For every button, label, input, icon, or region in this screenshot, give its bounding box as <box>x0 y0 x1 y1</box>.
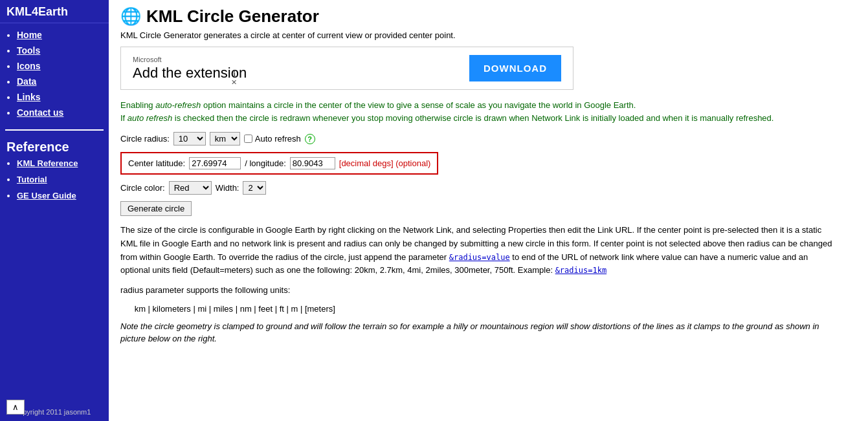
sidebar-brand: KML4Earth <box>0 0 109 23</box>
ad-title: Add the extension <box>133 65 247 81</box>
reference-label: Reference <box>0 137 109 158</box>
ad-banner-left: Microsoft Add the extension <box>133 56 247 81</box>
sidebar-item-home[interactable]: Home <box>17 30 109 40</box>
radius-row: Circle radius: 101252050100 kmminmftm Au… <box>120 132 856 146</box>
auto-refresh-checkbox[interactable] <box>244 135 252 143</box>
desc-para1: The size of the circle is configurable i… <box>120 224 832 277</box>
color-select[interactable]: RedBlueGreenYellowWhiteBlack <box>169 181 212 195</box>
units-row: km | kilometers | mi | miles | nm | feet… <box>120 304 856 314</box>
sidebar-nav: Home Tools Icons Data Links Contact us <box>0 23 109 123</box>
page-description: KML Circle Generator generates a circle … <box>120 30 856 40</box>
scroll-top-button[interactable]: ∧ <box>6 400 25 415</box>
radius-label: Circle radius: <box>120 134 170 144</box>
sidebar-item-tutorial[interactable]: Tutorial <box>17 175 109 184</box>
radius-select[interactable]: 101252050100 <box>173 132 206 146</box>
center-lat-label: Center latitude: <box>128 158 185 168</box>
auto-refresh-label: Auto refresh <box>255 134 301 144</box>
longitude-input[interactable] <box>290 157 335 169</box>
sidebar-link-kml-reference[interactable]: KML Reference <box>17 158 78 168</box>
main-content: 🌐 KML Circle Generator KML Circle Genera… <box>109 0 868 421</box>
sidebar-item-kml-reference[interactable]: KML Reference <box>17 158 109 168</box>
page-title-row: 🌐 KML Circle Generator <box>120 6 856 27</box>
sidebar-link-data[interactable]: Data <box>17 76 36 87</box>
sidebar-item-ge-user-guide[interactable]: GE User Guide <box>17 191 109 200</box>
page-title: KML Circle Generator <box>146 6 319 27</box>
note-text: Note the circle geometry is clamped to g… <box>120 320 832 345</box>
example-code: &radius=1km <box>555 266 606 275</box>
sidebar-link-tools[interactable]: Tools <box>17 45 40 56</box>
sidebar-item-links[interactable]: Links <box>17 92 109 102</box>
help-icon[interactable]: ? <box>305 134 315 144</box>
globe-icon: 🌐 <box>120 6 141 27</box>
sidebar-link-icons[interactable]: Icons <box>17 61 41 71</box>
sidebar-ref-links: KML Reference Tutorial GE User Guide <box>0 158 109 207</box>
sidebar-link-ge-user-guide[interactable]: GE User Guide <box>17 191 76 200</box>
unit-select[interactable]: kmminmftm <box>210 132 240 146</box>
sidebar: KML4Earth Home Tools Icons Data Links Co… <box>0 0 109 421</box>
auto-refresh-checkbox-label[interactable]: Auto refresh <box>244 134 301 144</box>
sidebar-item-data[interactable]: Data <box>17 76 109 87</box>
ad-info-icon: ℹ ✕ <box>231 70 237 87</box>
color-width-row: Circle color: RedBlueGreenYellowWhiteBla… <box>120 181 856 195</box>
latitude-input[interactable] <box>189 157 241 169</box>
lon-separator: / longitude: <box>245 158 286 168</box>
ad-brand: Microsoft <box>133 56 247 63</box>
ad-download-button[interactable]: DOWNLOAD <box>469 55 561 81</box>
sidebar-link-links[interactable]: Links <box>17 92 41 102</box>
sidebar-link-home[interactable]: Home <box>17 30 42 40</box>
sidebar-item-contact[interactable]: Contact us <box>17 107 109 118</box>
sidebar-item-tools[interactable]: Tools <box>17 45 109 56</box>
info-text-autorefresh: Enabling auto-refresh option maintains a… <box>120 99 832 124</box>
auto-refresh-italic-2: auto refresh <box>128 113 172 123</box>
auto-refresh-italic-1: auto-refresh <box>155 100 201 110</box>
color-label: Circle color: <box>120 183 165 193</box>
sidebar-item-icons[interactable]: Icons <box>17 61 109 71</box>
generate-circle-button[interactable]: Generate circle <box>120 201 192 216</box>
width-select[interactable]: 12345 <box>243 181 266 195</box>
radius-param-code: &radius=value <box>449 253 510 262</box>
width-label: Width: <box>216 183 239 193</box>
desc-para2: radius parameter supports the following … <box>120 284 832 297</box>
sidebar-link-contact[interactable]: Contact us <box>17 107 63 118</box>
coords-optional: [decimal degs] (optional) <box>339 158 431 168</box>
center-coords-box: Center latitude: / longitude: [decimal d… <box>120 152 438 175</box>
units-text: km | kilometers | mi | miles | nm | feet… <box>135 304 335 314</box>
ad-banner: Microsoft Add the extension ℹ ✕ DOWNLOAD <box>120 47 573 90</box>
sidebar-divider <box>5 129 104 131</box>
sidebar-link-tutorial[interactable]: Tutorial <box>17 175 47 184</box>
